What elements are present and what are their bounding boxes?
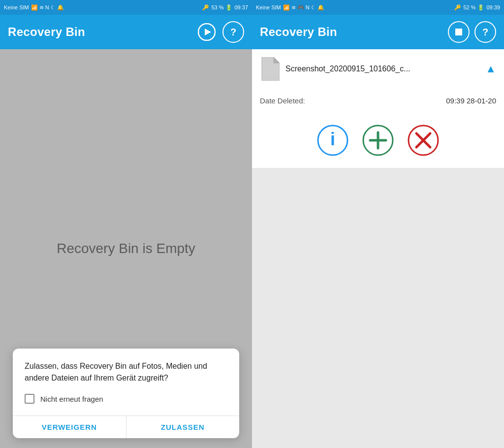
- right-key-icon: 🔑: [454, 4, 461, 11]
- file-icon: [260, 57, 280, 81]
- play-icon: [198, 23, 216, 41]
- left-time: 09:37: [234, 4, 248, 10]
- svg-marker-1: [205, 29, 211, 35]
- info-button[interactable]: i: [317, 125, 348, 156]
- right-app-title: Recovery Bin: [260, 25, 337, 39]
- action-icons-row: i: [252, 117, 504, 168]
- left-app-bar: Recovery Bin ?: [0, 15, 252, 49]
- right-battery-icon: 🔋: [477, 4, 484, 11]
- restore-button[interactable]: [362, 125, 394, 156]
- date-deleted-label: Date Deleted:: [260, 96, 305, 105]
- dialog-checkbox-row: Nicht erneut fragen: [25, 394, 227, 404]
- help-icon-left: ?: [230, 27, 236, 38]
- delete-button[interactable]: [408, 125, 439, 156]
- left-key-icon: 🔑: [202, 4, 209, 11]
- help-button-right[interactable]: ?: [474, 21, 496, 43]
- file-item-header: Screenshot_20200915_101606_c... ▲: [260, 57, 496, 81]
- dialog-message: Zulassen, dass Recovery Bin auf Fotos, M…: [25, 360, 227, 384]
- right-app-actions: ?: [448, 21, 496, 43]
- file-details: Date Deleted: 09:39 28-01-20: [252, 89, 504, 117]
- dont-ask-label: Nicht erneut fragen: [40, 395, 103, 403]
- right-status-bar: Keine SIM 📶 ≋ 🎮 N ☾ 🔔 🔑 52 % 🔋 09:39: [252, 0, 504, 15]
- left-battery: 53 %: [211, 4, 223, 10]
- date-deleted-row: Date Deleted: 09:39 28-01-20: [260, 93, 496, 109]
- file-svg: [260, 57, 280, 81]
- left-app-title: Recovery Bin: [8, 25, 85, 39]
- svg-rect-2: [455, 29, 462, 35]
- stop-button[interactable]: [448, 21, 470, 43]
- left-signal-icons: 📶 ≋ N ☾ 🔔: [31, 4, 64, 11]
- delete-icon: [408, 125, 439, 156]
- file-item-left: Screenshot_20200915_101606_c...: [260, 57, 410, 81]
- restore-icon: [362, 125, 394, 156]
- right-panel: Keine SIM 📶 ≋ 🎮 N ☾ 🔔 🔑 52 % 🔋 09:39 Rec…: [252, 0, 504, 448]
- help-icon-right: ?: [482, 27, 488, 38]
- file-list-item[interactable]: Screenshot_20200915_101606_c... ▲: [252, 49, 504, 89]
- date-deleted-value: 09:39 28-01-20: [446, 96, 496, 105]
- allow-button[interactable]: ZULASSEN: [126, 416, 240, 438]
- right-signal-icons: 📶 ≋ 🎮 N ☾ 🔔: [283, 4, 324, 11]
- right-status-left: Keine SIM 📶 ≋ 🎮 N ☾ 🔔: [256, 4, 324, 11]
- right-app-bar: Recovery Bin ?: [252, 15, 504, 49]
- left-status-left: Keine SIM 📶 ≋ N ☾ 🔔: [4, 4, 64, 11]
- dialog-overlay: Zulassen, dass Recovery Bin auf Fotos, M…: [0, 320, 252, 448]
- left-panel: Keine SIM 📶 ≋ N ☾ 🔔 🔑 53 % 🔋 09:37 Recov…: [0, 0, 252, 448]
- file-name: Screenshot_20200915_101606_c...: [285, 64, 410, 73]
- help-button-left[interactable]: ?: [222, 21, 244, 43]
- permission-dialog: Zulassen, dass Recovery Bin auf Fotos, M…: [13, 349, 239, 438]
- deny-button[interactable]: VERWEIGERN: [13, 416, 126, 438]
- left-status-bar: Keine SIM 📶 ≋ N ☾ 🔔 🔑 53 % 🔋 09:37: [0, 0, 252, 15]
- chevron-up-icon[interactable]: ▲: [485, 63, 496, 75]
- svg-text:i: i: [330, 129, 335, 149]
- empty-message: Recovery Bin is Empty: [57, 241, 195, 256]
- stop-icon: [452, 25, 466, 39]
- play-button[interactable]: [196, 21, 218, 43]
- left-app-actions: ?: [196, 21, 244, 43]
- info-icon: i: [317, 125, 348, 156]
- right-time: 09:39: [486, 4, 500, 10]
- dont-ask-checkbox[interactable]: [25, 394, 34, 404]
- right-status-right: 🔑 52 % 🔋 09:39: [454, 4, 500, 11]
- left-sim-text: Keine SIM: [4, 4, 29, 10]
- dialog-actions: VERWEIGERN ZULASSEN: [13, 416, 239, 438]
- right-sim-text: Keine SIM: [256, 4, 281, 10]
- right-content-area: [252, 168, 504, 448]
- left-status-right: 🔑 53 % 🔋 09:37: [202, 4, 248, 11]
- right-battery: 52 %: [463, 4, 475, 10]
- left-battery-icon: 🔋: [225, 4, 232, 11]
